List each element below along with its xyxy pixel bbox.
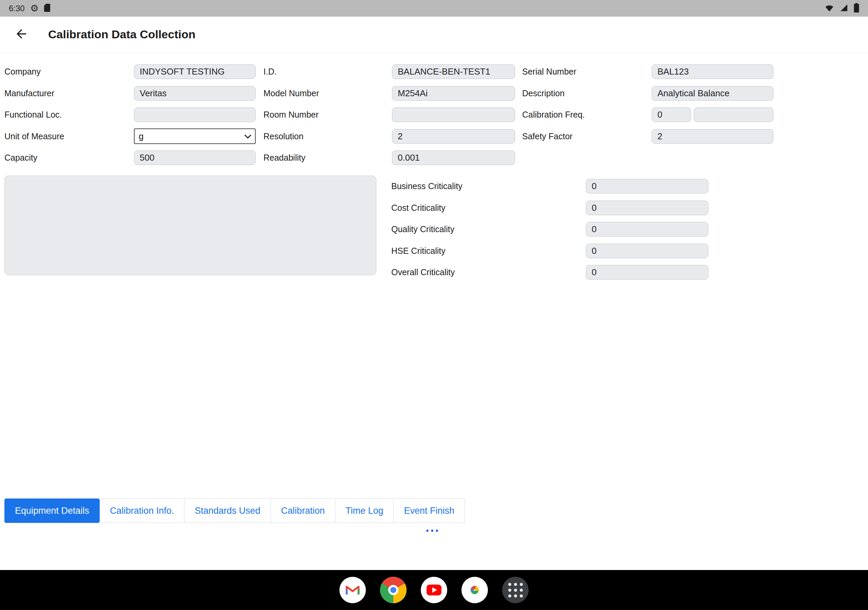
hse-criticality-input[interactable] [586, 244, 708, 258]
description-label: Description [522, 88, 652, 98]
google-photos-icon[interactable] [462, 577, 488, 603]
app-drawer-dots [508, 583, 523, 598]
criticality-section: Business Criticality Cost Criticality Qu… [391, 175, 708, 283]
business-criticality-input[interactable] [586, 179, 708, 194]
serial-number-row: Serial Number [522, 61, 773, 83]
model-number-label: Model Number [264, 88, 392, 98]
wifi-icon [825, 4, 834, 13]
capacity-input[interactable] [134, 150, 256, 165]
unit-of-measure-select-wrap: g [134, 129, 256, 144]
status-bar-left: 6:30 ⚙ [9, 4, 50, 13]
quality-criticality-input[interactable] [586, 222, 708, 237]
calibration-freq-row: Calibration Freq. [522, 104, 773, 126]
form-column-2: I.D. Model Number Room Number Resolution… [264, 61, 515, 169]
resolution-label: Resolution [264, 132, 392, 141]
arrow-back-icon [14, 27, 28, 42]
id-label: I.D. [264, 67, 392, 77]
company-input[interactable] [134, 64, 256, 79]
notes-field[interactable] [5, 175, 377, 275]
serial-number-label: Serial Number [522, 67, 652, 77]
tab-calibration-info[interactable]: Calibration Info. [99, 499, 184, 523]
status-time: 6:30 [9, 4, 25, 13]
functional-loc-input[interactable] [134, 107, 256, 122]
cellular-signal-icon [840, 4, 848, 13]
gmail-icon[interactable] [339, 577, 366, 603]
overall-criticality-input[interactable] [586, 265, 708, 280]
unit-of-measure-row: Unit of Measure g [5, 126, 256, 147]
status-bar-right [825, 3, 859, 14]
tab-calibration[interactable]: Calibration [271, 499, 335, 523]
manufacturer-input[interactable] [134, 86, 256, 101]
business-criticality-row: Business Criticality [391, 175, 708, 197]
company-label: Company [5, 67, 134, 77]
calibration-freq-input[interactable] [652, 107, 691, 122]
functional-loc-label: Functional Loc. [5, 110, 134, 120]
readability-label: Readability [264, 153, 392, 163]
screen: 6:30 ⚙ Calibration Data Collection [0, 0, 868, 610]
id-row: I.D. [264, 61, 515, 83]
tab-standards-used[interactable]: Standards Used [184, 499, 271, 523]
battery-icon [854, 3, 859, 14]
app-bar: Calibration Data Collection [0, 17, 868, 53]
business-criticality-label: Business Criticality [391, 181, 586, 191]
cost-criticality-label: Cost Criticality [391, 203, 586, 213]
youtube-icon[interactable] [421, 577, 447, 603]
readability-row: Readability [264, 147, 515, 169]
model-number-row: Model Number [264, 83, 515, 104]
quality-criticality-label: Quality Criticality [391, 224, 586, 234]
unit-of-measure-label: Unit of Measure [5, 132, 134, 141]
overall-criticality-row: Overall Criticality [391, 262, 708, 283]
unit-of-measure-select[interactable]: g [134, 129, 256, 144]
calibration-freq-unit-input[interactable] [694, 107, 773, 122]
back-button[interactable] [11, 24, 31, 45]
resolution-input[interactable] [392, 129, 515, 144]
tab-time-log[interactable]: Time Log [335, 499, 394, 523]
chrome-center [388, 585, 398, 595]
description-row: Description [522, 83, 773, 104]
settings-gear-icon: ⚙ [30, 4, 39, 13]
tab-bar: Equipment Details Calibration Info. Stan… [5, 499, 465, 523]
dock [0, 570, 868, 610]
room-number-label: Room Number [264, 110, 392, 120]
hse-criticality-label: HSE Criticality [391, 246, 586, 256]
calibration-freq-label: Calibration Freq. [522, 110, 652, 120]
readability-input[interactable] [392, 150, 515, 165]
capacity-label: Capacity [5, 153, 134, 163]
tab-equipment-details[interactable]: Equipment Details [5, 499, 100, 523]
page-title: Calibration Data Collection [48, 28, 195, 41]
form-column-1: Company Manufacturer Functional Loc. Uni… [5, 61, 256, 169]
model-number-input[interactable] [392, 86, 515, 101]
hse-criticality-row: HSE Criticality [391, 240, 708, 262]
quality-criticality-row: Quality Criticality [391, 218, 708, 240]
room-number-row: Room Number [264, 104, 515, 126]
manufacturer-row: Manufacturer [5, 83, 256, 104]
safety-factor-label: Safety Factor [522, 132, 652, 141]
cost-criticality-row: Cost Criticality [391, 197, 708, 219]
safety-factor-row: Safety Factor [522, 126, 773, 147]
app-drawer-icon[interactable] [502, 577, 529, 603]
safety-factor-input[interactable] [652, 129, 773, 144]
overall-criticality-label: Overall Criticality [391, 267, 586, 277]
status-bar: 6:30 ⚙ [0, 0, 868, 17]
overflow-menu-button[interactable]: ... [416, 520, 450, 534]
company-row: Company [5, 61, 256, 83]
form-column-3: Serial Number Description Calibration Fr… [522, 61, 773, 147]
serial-number-input[interactable] [652, 64, 773, 79]
description-input[interactable] [652, 86, 773, 101]
id-input[interactable] [392, 64, 515, 79]
manufacturer-label: Manufacturer [5, 88, 134, 98]
cost-criticality-input[interactable] [586, 201, 708, 215]
resolution-row: Resolution [264, 126, 515, 147]
functional-loc-row: Functional Loc. [5, 104, 256, 126]
capacity-row: Capacity [5, 147, 256, 169]
chrome-icon[interactable] [380, 577, 406, 603]
room-number-input[interactable] [392, 107, 515, 122]
sim-card-icon [44, 4, 50, 13]
